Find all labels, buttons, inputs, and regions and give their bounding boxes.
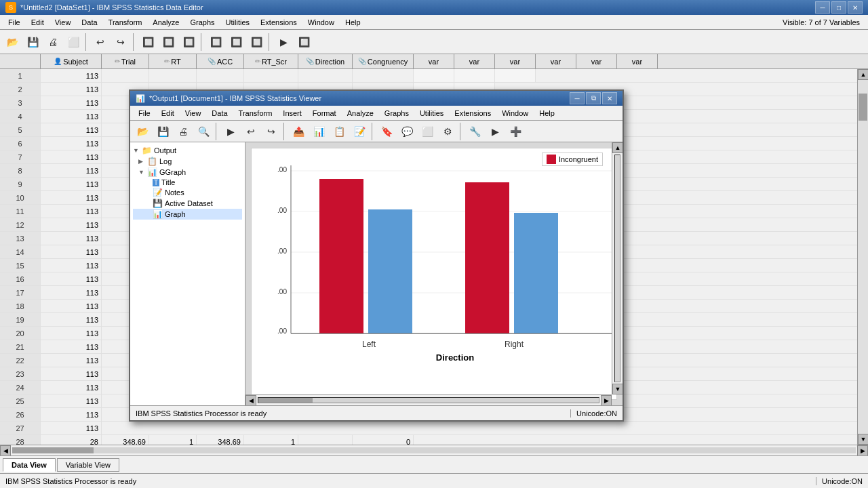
viewer-menu-utilities[interactable]: Utilities <box>414 108 449 119</box>
menu-graphs[interactable]: Graphs <box>184 17 220 28</box>
viewer-scripts-button[interactable]: 🔧 <box>465 122 484 141</box>
bar-left-congruent[interactable] <box>319 179 363 333</box>
viewer-run-scripts-button[interactable]: ▶ <box>486 122 505 141</box>
main-h-thumb[interactable] <box>12 447 94 453</box>
col-header-acc[interactable]: 📎 ACC <box>197 54 244 68</box>
table-row[interactable]: 28 28 348.69 1 348.69 1 0 <box>0 435 857 445</box>
viewer-menu-format[interactable]: Format <box>307 108 342 119</box>
viewer-menu-data[interactable]: Data <box>206 108 233 119</box>
scroll-up-button[interactable]: ▲ <box>858 69 868 80</box>
menu-file[interactable]: File <box>3 17 26 28</box>
close-button[interactable]: ✕ <box>848 1 863 14</box>
scroll-track[interactable] <box>858 80 868 434</box>
tab-variable-view[interactable]: Variable View <box>57 458 119 472</box>
find-button[interactable]: 🔲 <box>179 33 198 52</box>
viewer-export-button[interactable]: 📤 <box>289 122 308 141</box>
col-header-congruency[interactable]: 📎 Congruency <box>353 54 414 68</box>
menu-extensions[interactable]: Extensions <box>255 17 302 28</box>
h-scroll-track[interactable] <box>258 397 599 403</box>
viewer-restore-button[interactable]: ⧉ <box>586 92 601 104</box>
viewer-scroll-down[interactable]: ▼ <box>612 384 623 394</box>
viewer-menu-transform[interactable]: Transform <box>233 108 278 119</box>
viewer-open-button[interactable]: 📂 <box>133 122 152 141</box>
viewer-vertical-scrollbar[interactable]: ▲ ▼ <box>612 142 623 394</box>
viewer-scroll-up[interactable]: ▲ <box>612 142 623 153</box>
h-scroll-thumb[interactable] <box>258 398 313 403</box>
viewer-menu-insert[interactable]: Insert <box>277 108 307 119</box>
menu-transform[interactable]: Transform <box>103 17 148 28</box>
dialog-recall-button[interactable]: ⬜ <box>64 33 83 52</box>
viewer-settings-button[interactable]: ⚙ <box>438 122 457 141</box>
main-h-track[interactable] <box>12 447 856 453</box>
scroll-down-button[interactable]: ▼ <box>858 434 868 445</box>
v-scroll-track[interactable] <box>614 155 620 382</box>
menu-help[interactable]: Help <box>340 17 366 28</box>
main-scroll-left[interactable]: ◀ <box>0 445 11 456</box>
viewer-print-button[interactable]: 🖨 <box>174 122 193 141</box>
table-row[interactable]: 27 113 <box>0 422 857 435</box>
tree-item-ggraph[interactable]: ▼ 📊 GGraph <box>133 167 242 178</box>
tree-item-title[interactable]: T Title <box>133 178 242 187</box>
save-button[interactable]: 💾 <box>23 33 42 52</box>
insert-variable-button[interactable]: 🔲 <box>226 33 245 52</box>
viewer-undo-button[interactable]: ↩ <box>241 122 260 141</box>
viewer-menu-window[interactable]: Window <box>496 108 534 119</box>
col-header-var4[interactable]: var <box>536 54 576 68</box>
main-scroll-right[interactable]: ▶ <box>857 445 868 456</box>
viewer-comment-button[interactable]: 💬 <box>397 122 416 141</box>
table-row[interactable]: 1 113 <box>0 69 857 83</box>
tree-item-graph[interactable]: 📊 Graph <box>133 209 242 220</box>
viewer-zoom-button[interactable]: 🔍 <box>194 122 213 141</box>
run-all-button[interactable]: ▶ <box>274 33 293 52</box>
viewer-menu-file[interactable]: File <box>133 108 156 119</box>
col-header-direction[interactable]: 📎 Direction <box>298 54 353 68</box>
viewer-text-button[interactable]: 📝 <box>350 122 369 141</box>
viewer-menu-extensions[interactable]: Extensions <box>449 108 496 119</box>
col-header-var5[interactable]: var <box>576 54 617 68</box>
menu-analyze[interactable]: Analyze <box>147 17 184 28</box>
col-header-var3[interactable]: var <box>495 54 536 68</box>
redo-button[interactable]: ↪ <box>111 33 130 52</box>
menu-data[interactable]: Data <box>76 17 102 28</box>
goto-data-button[interactable]: 🔲 <box>138 33 157 52</box>
undo-button[interactable]: ↩ <box>91 33 110 52</box>
tree-item-output[interactable]: ▼ 📁 Output <box>133 145 242 156</box>
col-header-rt[interactable]: ✏ RT <box>149 54 197 68</box>
main-horizontal-scrollbar[interactable]: ◀ ▶ <box>0 445 868 455</box>
viewer-menu-graphs[interactable]: Graphs <box>379 108 414 119</box>
open-button[interactable]: 📂 <box>3 33 22 52</box>
horizontal-scrollbar[interactable]: ◀ ▶ <box>245 394 612 405</box>
viewer-redo-button[interactable]: ↪ <box>262 122 281 141</box>
bar-left-incongruent[interactable] <box>368 209 412 333</box>
viewer-menu-view[interactable]: View <box>180 108 207 119</box>
menu-utilities[interactable]: Utilities <box>220 17 255 28</box>
col-header-var6[interactable]: var <box>617 54 658 68</box>
col-header-subject[interactable]: 👤 Subject <box>41 54 102 68</box>
col-header-var1[interactable]: var <box>414 54 454 68</box>
menu-window[interactable]: Window <box>302 17 340 28</box>
col-header-trial[interactable]: ✏ Trial <box>102 54 149 68</box>
viewer-menu-edit[interactable]: Edit <box>156 108 180 119</box>
viewer-bookmark-button[interactable]: 🔖 <box>377 122 396 141</box>
insert-cases-button[interactable]: 🔲 <box>206 33 225 52</box>
maximize-button[interactable]: □ <box>831 1 846 14</box>
scroll-left-button[interactable]: ◀ <box>245 395 256 405</box>
vertical-scrollbar[interactable]: ▲ ▼ <box>857 69 868 445</box>
viewer-menu-analyze[interactable]: Analyze <box>342 108 379 119</box>
menu-view[interactable]: View <box>50 17 77 28</box>
viewer-add-button[interactable]: ➕ <box>506 122 525 141</box>
viewer-menu-help[interactable]: Help <box>534 108 560 119</box>
tree-item-active-dataset[interactable]: 💾 Active Dataset <box>133 198 242 209</box>
split-file-button[interactable]: 🔲 <box>247 33 266 52</box>
viewer-close-button[interactable]: ✕ <box>602 92 617 104</box>
minimize-button[interactable]: ─ <box>815 1 830 14</box>
run-selection-button[interactable]: 🔲 <box>294 33 313 52</box>
tree-item-log[interactable]: ▶ 📋 Log <box>133 156 242 167</box>
viewer-table-button[interactable]: 📋 <box>330 122 349 141</box>
bar-right-congruent[interactable] <box>465 182 509 333</box>
viewer-save-button[interactable]: 💾 <box>153 122 172 141</box>
viewer-minimize-button[interactable]: ─ <box>570 92 585 104</box>
col-header-var2[interactable]: var <box>454 54 495 68</box>
tab-data-view[interactable]: Data View <box>3 458 56 472</box>
viewer-run-button[interactable]: ▶ <box>221 122 240 141</box>
